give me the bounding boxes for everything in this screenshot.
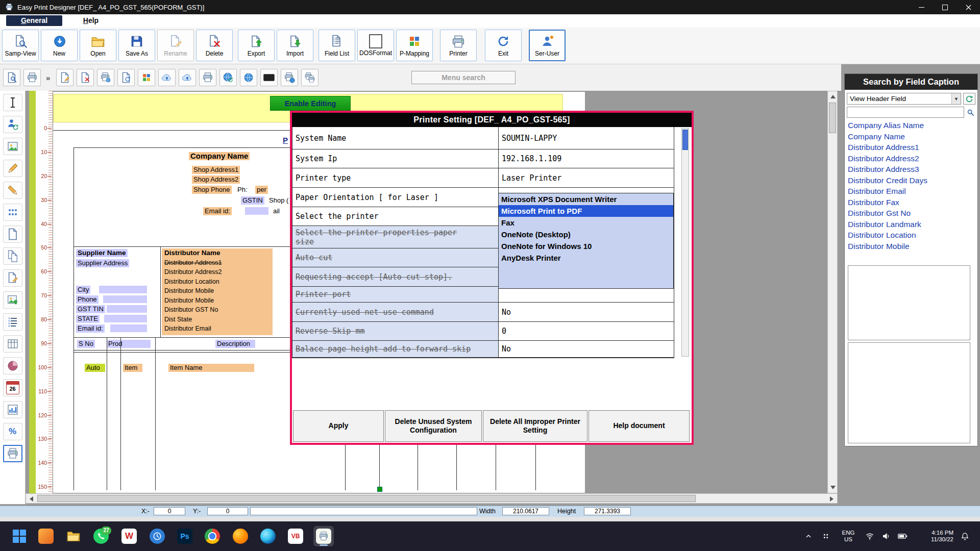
cloud-upload-button[interactable]	[158, 69, 176, 86]
field-caption-item[interactable]: Distributor Email	[846, 186, 976, 197]
print-preview-button[interactable]	[3, 69, 20, 86]
new-button[interactable]: New	[41, 30, 78, 61]
ser-user-button[interactable]: Ser-User	[529, 30, 566, 61]
apply-button[interactable]: Apply	[293, 410, 384, 442]
field-caption-item[interactable]: Company Name	[846, 131, 976, 142]
taskbar-clock-app[interactable]	[147, 526, 167, 546]
email-label-field[interactable]: Email id:	[203, 207, 232, 215]
description-header[interactable]: Description	[215, 340, 255, 348]
open-button[interactable]: Open	[80, 30, 116, 61]
help-document-button[interactable]: Help document	[589, 410, 690, 442]
rename-button[interactable]: Rename	[157, 30, 194, 61]
distributor-address2-field[interactable]: Distributor Address2	[164, 268, 222, 276]
save-as-button[interactable]: Save As	[118, 30, 155, 61]
field-caption-item[interactable]: Distributor Address2	[846, 153, 976, 164]
horizontal-scroll-thumb[interactable]	[37, 495, 696, 502]
gst-tin-field[interactable]: GST TIN	[76, 305, 105, 313]
marker-tool[interactable]	[3, 160, 22, 177]
taskbar-whatsapp[interactable]: 27	[91, 526, 111, 546]
field-search-input[interactable]	[847, 107, 964, 118]
dialog-title[interactable]: Printer Setting [DEF_ A4_PO_GST-565]	[292, 113, 692, 127]
prod-header[interactable]: Prod	[107, 340, 151, 348]
tray-chevron-button[interactable]	[802, 530, 815, 542]
field-map-button[interactable]	[138, 69, 155, 86]
printer-list-item[interactable]: OneNote for Windows 10	[499, 240, 673, 252]
dialog-scrollbar[interactable]	[681, 128, 689, 357]
distributor-gst-field[interactable]: Distributor GST No	[164, 306, 218, 313]
image-add-tool[interactable]	[3, 291, 22, 309]
taskbar-wps[interactable]: W	[119, 526, 139, 546]
edit-template-button[interactable]	[56, 69, 74, 86]
overflow-chevron-icon[interactable]: »	[46, 73, 50, 82]
printer-button[interactable]: Printer	[440, 30, 477, 61]
menu-help[interactable]: Help	[77, 15, 105, 26]
field-caption-item[interactable]: Distributor Gst No	[846, 208, 976, 219]
volume-button[interactable]	[880, 530, 892, 542]
note-edit-tool[interactable]	[3, 269, 22, 287]
item-name-field[interactable]: Item Name	[168, 364, 254, 372]
pie-chart-tool[interactable]	[3, 357, 22, 374]
city-field[interactable]: City	[76, 286, 90, 294]
shop-address1-field[interactable]: Shop Address1	[192, 166, 240, 174]
view-selector-dropdown[interactable]: View Header Field ▼	[847, 93, 961, 105]
distributor-name-field[interactable]: Distributor Name	[164, 249, 220, 257]
row-value[interactable]: 0	[499, 322, 674, 340]
web-print-button[interactable]	[281, 69, 298, 86]
printer-list-item-selected[interactable]: Microsoft Print to PDF	[499, 205, 673, 217]
field-caption-item[interactable]: Distributor Mobile	[846, 241, 976, 252]
text-select-tool[interactable]	[3, 94, 22, 111]
selection-handle[interactable]	[377, 487, 382, 492]
distributor-mobile2-field[interactable]: Distributor Mobile	[164, 297, 214, 304]
close-button[interactable]	[957, 0, 980, 14]
copy-pages-tool[interactable]	[3, 247, 22, 265]
language-indicator[interactable]: ENG US	[839, 530, 857, 543]
schedule-button[interactable]	[117, 69, 135, 86]
field-caption-item[interactable]: Distributor Landmark	[846, 219, 976, 230]
supplier-name-field[interactable]: Supplier Name	[76, 249, 128, 257]
gst-tin-value-box[interactable]	[107, 305, 147, 313]
email-id-field[interactable]: Email id:	[76, 324, 105, 333]
vertical-scrollbar[interactable]	[827, 91, 838, 493]
taskbar-easy-print-designer[interactable]	[313, 526, 334, 546]
copy-print-button[interactable]	[301, 69, 318, 86]
minimize-button[interactable]	[910, 0, 933, 14]
import-button[interactable]: Import	[277, 30, 313, 61]
printer-list-item[interactable]: OneNote (Desktop)	[499, 229, 673, 240]
taskbar-app-orange[interactable]	[36, 526, 56, 546]
battery-button[interactable]	[896, 530, 909, 542]
quick-print-button[interactable]	[23, 69, 41, 86]
web-button[interactable]	[240, 69, 257, 86]
export-button[interactable]: Export	[238, 30, 275, 61]
distributor-location-field[interactable]: Distributor Location	[164, 278, 219, 285]
receipt-printer-button[interactable]	[199, 69, 216, 86]
state-value-box[interactable]	[104, 315, 147, 322]
field-caption-item[interactable]: Distributor Address3	[846, 164, 976, 175]
tray-grid-button[interactable]	[820, 530, 832, 542]
horizontal-scrollbar[interactable]	[26, 493, 838, 504]
page-tool[interactable]	[3, 226, 22, 243]
pencil-tool[interactable]	[3, 182, 22, 199]
network-printer-button[interactable]	[97, 69, 114, 86]
row-value[interactable]: 192.168.1.109	[499, 149, 674, 168]
dosformat-button[interactable]: DOSFormat	[357, 30, 394, 61]
field-caption-item[interactable]: Distributor Credit Days	[846, 175, 976, 186]
sync-web-button[interactable]	[219, 69, 237, 86]
company-name-field[interactable]: Company Name	[189, 152, 250, 160]
field-list-button[interactable]: Field List	[318, 30, 355, 61]
auto-field[interactable]: Auto	[85, 364, 105, 372]
cloud-backup-button[interactable]	[179, 69, 196, 86]
clock[interactable]: 4:16 PM 11/30/22	[915, 530, 953, 543]
user-sync-tool[interactable]	[3, 116, 22, 133]
table-tool[interactable]	[3, 335, 22, 353]
scroll-left-arrow[interactable]	[30, 496, 33, 502]
chevron-down-icon[interactable]: ▼	[951, 93, 961, 104]
distributor-address1-field[interactable]: Distributor Address1	[164, 259, 222, 266]
dist-state-field[interactable]: Dist State	[164, 316, 192, 323]
delete-all-improper-printer-setting-button[interactable]: Delete All Improper Printer Setting	[483, 410, 587, 442]
notifications-button[interactable]	[959, 530, 971, 542]
taskbar-vb-app[interactable]: VB	[285, 526, 306, 546]
sno-header[interactable]: S No	[77, 340, 95, 348]
phone-field[interactable]: Phone	[76, 295, 99, 304]
taskbar-photoshop[interactable]: Ps	[175, 526, 195, 546]
start-button[interactable]	[9, 526, 30, 546]
